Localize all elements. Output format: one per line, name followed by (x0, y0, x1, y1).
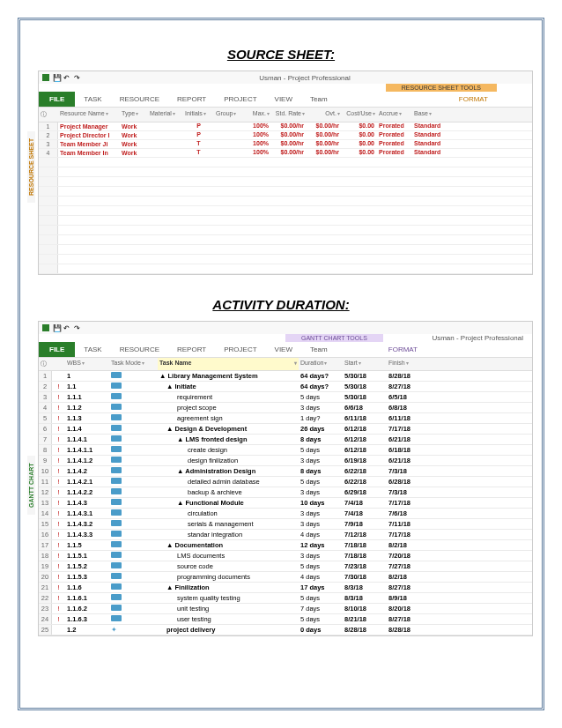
task-mode-cell[interactable] (109, 487, 158, 497)
duration-cell[interactable]: 0 days (299, 625, 343, 635)
base-cell[interactable]: Standard (412, 149, 447, 157)
task-row[interactable]: 14!1.1.4.3.1circulation3 days7/4/187/6/1… (39, 509, 532, 519)
wbs-cell[interactable]: 1.1.6.3 (65, 614, 109, 624)
col-base[interactable]: Base▾ (412, 109, 447, 120)
wbs-cell[interactable]: 1.1.4.2.1 (65, 477, 109, 487)
initials-cell[interactable]: T (183, 140, 214, 148)
task-row-number[interactable]: 3 (39, 392, 52, 402)
accrue-cell[interactable]: Prorated (377, 131, 412, 139)
task-row[interactable]: 6!1.1.4▲ Design & Development26 days6/12… (39, 424, 532, 435)
duration-cell[interactable]: 5 days (299, 392, 343, 402)
col-stdrate[interactable]: Std. Rate▾ (271, 109, 307, 120)
start-cell[interactable]: 6/6/18 (343, 403, 387, 412)
material-cell[interactable] (148, 140, 183, 148)
task-name-cell[interactable]: ▲ Documentation (158, 540, 299, 550)
task-row-number[interactable]: 25 (39, 625, 52, 635)
empty-row[interactable] (39, 255, 532, 264)
start-cell[interactable]: 5/30/18 (343, 392, 387, 402)
start-cell[interactable]: 6/12/18 (343, 435, 387, 444)
finish-cell[interactable]: 8/20/18 (387, 604, 431, 613)
tab-project[interactable]: PROJECT (215, 93, 265, 106)
empty-row[interactable] (39, 187, 532, 197)
duration-cell[interactable]: 3 days (299, 519, 343, 529)
material-cell[interactable] (148, 131, 183, 139)
col-start[interactable]: Start▾ (343, 358, 387, 370)
resource-row[interactable]: 3Team Member JiWorkT100%$0.00/hr$0.00/hr… (39, 140, 532, 149)
initials-cell[interactable]: T (183, 149, 214, 157)
finish-cell[interactable]: 6/21/18 (387, 435, 431, 444)
finish-cell[interactable]: 6/8/18 (387, 403, 431, 412)
row-number[interactable]: 3 (39, 140, 58, 148)
duration-cell[interactable]: 3 days (299, 551, 343, 561)
wbs-cell[interactable]: 1.1.4.2.2 (65, 487, 109, 497)
duration-cell[interactable]: 5 days (299, 477, 343, 487)
task-row[interactable]: 22!1.1.6.1system quality testing5 days8/… (39, 593, 532, 604)
tab-task[interactable]: TASK (75, 343, 110, 356)
resource-type-cell[interactable]: Work (120, 131, 148, 139)
start-cell[interactable]: 8/3/18 (343, 583, 387, 592)
base-cell[interactable]: Standard (412, 131, 447, 139)
start-cell[interactable]: 7/18/18 (343, 551, 387, 561)
duration-cell[interactable]: 5 days (299, 561, 343, 571)
undo-icon[interactable]: ↶ (63, 74, 70, 81)
tab-report[interactable]: REPORT (168, 93, 215, 106)
costuse-cell[interactable]: $0.00 (342, 131, 377, 139)
wbs-cell[interactable]: 1.1.4.3.1 (65, 509, 109, 518)
wbs-cell[interactable]: 1.1.5.2 (65, 561, 109, 571)
start-cell[interactable]: 8/21/18 (343, 614, 387, 624)
task-mode-cell[interactable] (109, 551, 158, 561)
task-row[interactable]: 16!1.1.4.3.3standar integration4 days7/1… (39, 530, 532, 540)
col-duration[interactable]: Duration▾ (299, 358, 343, 370)
task-row[interactable]: 9!1.1.4.1.2design finilization3 days6/19… (39, 456, 532, 466)
empty-row[interactable] (39, 206, 532, 216)
initials-cell[interactable]: P (183, 131, 214, 139)
wbs-cell[interactable]: 1.1 (65, 382, 109, 391)
duration-cell[interactable]: 26 days (299, 424, 343, 434)
start-cell[interactable]: 6/12/18 (343, 445, 387, 455)
finish-cell[interactable]: 7/17/18 (387, 530, 431, 539)
task-row-number[interactable]: 11 (39, 477, 52, 487)
tab-view[interactable]: VIEW (266, 343, 301, 356)
task-name-cell[interactable]: unit testing (158, 604, 299, 613)
start-cell[interactable]: 7/23/18 (343, 561, 387, 571)
duration-cell[interactable]: 10 days (299, 498, 343, 508)
row-number[interactable]: 4 (39, 149, 58, 157)
empty-row[interactable] (39, 177, 532, 187)
task-name-cell[interactable]: backup & archieve (158, 487, 299, 497)
finish-cell[interactable]: 7/17/18 (387, 424, 431, 434)
task-mode-cell[interactable] (109, 583, 158, 592)
task-mode-cell[interactable]: ✦ (109, 625, 158, 635)
task-name-cell[interactable]: ▲ Initiate (158, 382, 299, 391)
duration-cell[interactable]: 3 days (299, 403, 343, 412)
duration-cell[interactable]: 1 day? (299, 413, 343, 423)
task-row[interactable]: 3!1.1.1requirement5 days5/30/186/5/18 (39, 392, 532, 403)
task-name-cell[interactable]: ▲ LMS fronted design (158, 435, 299, 444)
task-row-number[interactable]: 2 (39, 382, 52, 391)
task-name-cell[interactable]: ▲ Design & Development (158, 424, 299, 434)
tab-format-1[interactable]: FORMAT (450, 93, 497, 106)
task-row-number[interactable]: 5 (39, 413, 52, 423)
task-name-cell[interactable]: standar integration (158, 530, 299, 539)
duration-cell[interactable]: 4 days (299, 572, 343, 582)
resource-sheet-tools-tab[interactable]: RESOURCE SHEET TOOLS (386, 84, 497, 92)
task-mode-cell[interactable] (109, 371, 158, 381)
tab-team[interactable]: Team (301, 93, 336, 106)
task-row[interactable]: 12!1.1.4.2.2backup & archieve3 days6/29/… (39, 487, 532, 498)
task-row[interactable]: 2!1.1▲ Initiate64 days?5/30/188/27/18 (39, 382, 532, 392)
duration-cell[interactable]: 7 days (299, 604, 343, 613)
undo-icon[interactable]: ↶ (63, 324, 70, 331)
finish-cell[interactable]: 6/21/18 (387, 456, 431, 465)
task-row-number[interactable]: 8 (39, 445, 52, 455)
finish-cell[interactable]: 8/9/18 (387, 593, 431, 603)
wbs-cell[interactable]: 1.1.6.1 (65, 593, 109, 603)
ovt-cell[interactable]: $0.00/hr (307, 131, 342, 139)
tab-file[interactable]: FILE (39, 342, 75, 357)
start-cell[interactable]: 7/18/18 (343, 540, 387, 550)
finish-cell[interactable]: 7/11/18 (387, 519, 431, 529)
task-row[interactable]: 23!1.1.6.2unit testing7 days8/10/188/20/… (39, 604, 532, 614)
row-number[interactable]: 1 (39, 123, 58, 130)
stdrate-cell[interactable]: $0.00/hr (271, 149, 307, 157)
duration-cell[interactable]: 5 days (299, 445, 343, 455)
empty-row[interactable] (39, 235, 532, 245)
task-mode-cell[interactable] (109, 392, 158, 402)
